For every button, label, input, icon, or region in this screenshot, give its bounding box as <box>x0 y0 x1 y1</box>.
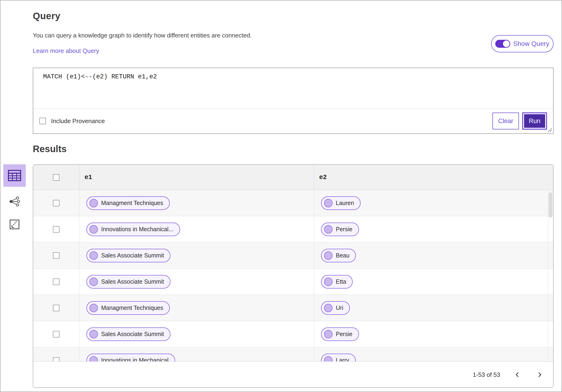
row-scroll-cell <box>548 321 553 347</box>
query-editor: MATCH (e1)<--(e2) RETURN e1,e2 Include P… <box>33 68 554 134</box>
entity-label: Innovations in Mechanical... <box>101 226 174 233</box>
entity-label: Innovations in Mechanical <box>101 357 169 361</box>
row-scroll-cell <box>548 269 553 295</box>
entity-pill-e2[interactable]: Persie <box>321 223 359 236</box>
pagination-next-button[interactable] <box>534 369 545 380</box>
row-e1-cell: Sales Associate Summit <box>79 242 314 268</box>
entity-node-icon <box>89 330 98 338</box>
row-e1-cell: Sales Associate Summit <box>79 269 314 295</box>
learn-more-link[interactable]: Learn more about Query <box>33 47 99 55</box>
entity-node-icon <box>89 304 98 312</box>
entity-pill-e1[interactable]: Sales Associate Summit <box>86 275 170 288</box>
row-e1-cell: Innovations in Mechanical... <box>79 216 314 242</box>
row-scroll-cell <box>548 347 553 361</box>
row-scroll-cell <box>548 242 553 268</box>
pagination-prev-button[interactable] <box>512 369 523 380</box>
table-body: Managment Techniques Lauren Innovations … <box>33 190 553 361</box>
row-scroll-cell <box>548 216 553 242</box>
clear-button[interactable]: Clear <box>492 113 519 129</box>
toggle-knob <box>503 40 510 47</box>
results-title: Results <box>33 144 67 154</box>
column-header-e2: e2 <box>314 165 548 190</box>
entity-label: Persie <box>336 331 352 337</box>
row-checkbox[interactable] <box>53 252 59 259</box>
table-row: Innovations in Mechanical... Persie <box>33 216 553 242</box>
graph-icon <box>9 196 20 207</box>
entity-pill-e1[interactable]: Managment Techniques <box>86 196 170 210</box>
entity-node-icon <box>89 225 98 234</box>
entity-pill-e2[interactable]: Etta <box>321 275 353 288</box>
row-checkbox[interactable] <box>53 305 59 311</box>
row-e2-cell: Persie <box>314 321 548 347</box>
entity-pill-e2[interactable]: Lauren <box>321 196 361 210</box>
entity-pill-e1[interactable]: Sales Associate Summit <box>86 327 170 341</box>
row-e2-cell: Etta <box>314 269 548 295</box>
select-all-checkbox[interactable] <box>53 174 59 181</box>
entity-node-icon <box>324 356 332 362</box>
scrollbar-thumb[interactable] <box>549 192 552 218</box>
row-e2-cell: Uri <box>314 295 548 321</box>
table-row: Sales Associate Summit Beau <box>33 242 553 269</box>
header-scroll-cell <box>548 165 553 190</box>
entity-label: Lauren <box>336 200 354 207</box>
row-checkbox[interactable] <box>53 331 59 337</box>
entity-node-icon <box>324 251 332 260</box>
entity-pill-e1[interactable]: Sales Associate Summit <box>86 249 170 262</box>
entity-pill-e1[interactable]: Innovations in Mechanical... <box>86 223 180 236</box>
entity-label: Sales Associate Summit <box>101 252 164 259</box>
row-select-cell <box>33 242 79 268</box>
entity-node-icon <box>324 199 332 207</box>
expand-icon <box>10 219 19 229</box>
resize-handle-icon[interactable] <box>547 127 552 132</box>
include-provenance-checkbox[interactable] <box>39 118 46 124</box>
entity-pill-e2[interactable]: Larry <box>321 354 356 362</box>
table-icon <box>8 170 21 181</box>
toggle-switch-icon[interactable] <box>495 40 510 48</box>
run-button[interactable]: Run <box>524 114 545 128</box>
row-scroll-cell <box>548 295 553 321</box>
expand-view-button[interactable] <box>3 216 26 233</box>
table-row: Sales Associate Summit Persie <box>33 321 553 347</box>
query-page: Query You can query a knowledge graph to… <box>0 0 562 392</box>
entity-pill-e2[interactable]: Persie <box>321 327 359 341</box>
row-e2-cell: Persie <box>314 216 548 242</box>
row-checkbox[interactable] <box>53 278 59 285</box>
entity-pill-e1[interactable]: Managment Techniques <box>86 301 170 315</box>
results-card: e1 e2 Managment Techniques Lauren <box>33 164 554 388</box>
table-view-button[interactable] <box>3 164 26 187</box>
row-select-cell <box>33 216 79 242</box>
table-row: Innovations in Mechanical Larry <box>33 347 553 361</box>
row-e1-cell: Managment Techniques <box>79 190 314 216</box>
query-input[interactable]: MATCH (e1)<--(e2) RETURN e1,e2 <box>33 68 553 109</box>
row-e1-cell: Innovations in Mechanical <box>79 347 314 361</box>
run-button-focus-ring: Run <box>522 112 547 130</box>
entity-node-icon <box>89 251 98 260</box>
entity-pill-e2[interactable]: Uri <box>321 301 350 315</box>
row-select-cell <box>33 269 79 295</box>
column-header-e1: e1 <box>79 165 314 190</box>
row-e1-cell: Sales Associate Summit <box>79 321 314 347</box>
entity-pill-e1[interactable]: Innovations in Mechanical <box>86 354 175 362</box>
graph-view-button[interactable] <box>3 193 26 210</box>
entity-node-icon <box>324 330 332 338</box>
pagination-range: 1-53 of 53 <box>473 371 500 379</box>
table-row: Sales Associate Summit Etta <box>33 269 553 295</box>
row-checkbox[interactable] <box>53 357 59 362</box>
show-query-toggle[interactable]: Show Query <box>491 35 554 52</box>
chevron-left-icon <box>514 371 521 378</box>
row-select-cell <box>33 190 79 216</box>
include-provenance-option[interactable]: Include Provenance <box>39 117 105 125</box>
entity-node-icon <box>89 277 98 286</box>
table-row: Managment Techniques Uri <box>33 295 553 321</box>
entity-pill-e2[interactable]: Beau <box>321 249 356 262</box>
row-e1-cell: Managment Techniques <box>79 295 314 321</box>
pagination-bar: 1-53 of 53 <box>33 361 553 388</box>
entity-node-icon <box>89 199 98 207</box>
entity-node-icon <box>89 356 98 362</box>
page-description: You can query a knowledge graph to ident… <box>33 32 252 39</box>
entity-label: Sales Associate Summit <box>101 278 164 285</box>
page-title: Query <box>33 11 60 21</box>
table-header-row: e1 e2 <box>33 165 553 190</box>
row-checkbox[interactable] <box>53 200 59 207</box>
row-checkbox[interactable] <box>53 226 59 233</box>
